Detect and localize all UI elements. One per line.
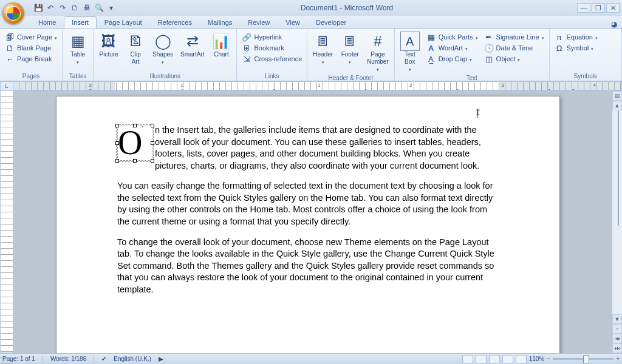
- undo-icon[interactable]: ↶: [45, 2, 56, 13]
- close-button[interactable]: ✕: [606, 3, 620, 13]
- group-label: Tables: [65, 72, 91, 81]
- window-title: Document1 - Microsoft Word: [117, 4, 577, 12]
- scroll-down-icon[interactable]: ▼: [612, 314, 622, 324]
- work-area: O n the Insert tab, the galleries includ…: [0, 91, 622, 353]
- header-button[interactable]: 🗏Header: [310, 30, 336, 67]
- browse-object-icon[interactable]: ◦: [612, 324, 622, 334]
- minimize-button[interactable]: —: [577, 3, 590, 13]
- ruler-corner[interactable]: L: [0, 81, 13, 91]
- print-icon[interactable]: 🖶: [81, 2, 92, 13]
- wordart-icon: A: [426, 43, 436, 53]
- clipart-button[interactable]: 🖻Clip Art: [123, 30, 148, 67]
- save-icon[interactable]: 💾: [33, 2, 44, 13]
- wordart-button[interactable]: AWordArt: [425, 42, 479, 53]
- page[interactable]: O n the Insert tab, the galleries includ…: [56, 96, 560, 353]
- group-illustrations: 🖼Picture 🖻Clip Art ◯Shapes ⇄SmartArt 📊Ch…: [94, 29, 237, 81]
- tab-page-layout[interactable]: Page Layout: [97, 16, 150, 29]
- outline-view-button[interactable]: [502, 355, 513, 363]
- tab-review[interactable]: Review: [240, 16, 278, 29]
- drop-cap-frame[interactable]: O: [117, 126, 152, 161]
- header-icon: 🗏: [313, 32, 333, 51]
- group-label: Links: [239, 72, 304, 81]
- textbox-icon: A: [400, 32, 420, 51]
- draft-view-button[interactable]: [516, 355, 527, 363]
- tab-insert[interactable]: Insert: [64, 16, 97, 29]
- qat-dropdown-icon[interactable]: ▾: [106, 2, 117, 13]
- macro-record-icon[interactable]: ▶: [159, 356, 163, 362]
- chart-button[interactable]: 📊Chart: [208, 30, 234, 59]
- web-layout-view-button[interactable]: [489, 355, 500, 363]
- smartart-button[interactable]: ⇄SmartArt: [177, 30, 207, 59]
- blank-page-icon: 🗋: [5, 43, 15, 53]
- zoom-in-button[interactable]: +: [616, 356, 620, 362]
- paragraph-text[interactable]: n the Insert tab, the galleries include …: [155, 125, 481, 170]
- next-page-icon[interactable]: ⏭: [612, 343, 622, 353]
- document-viewport[interactable]: O n the Insert tab, the galleries includ…: [13, 91, 612, 353]
- footer-button[interactable]: 🗏Footer: [337, 30, 363, 67]
- text-box-button[interactable]: AText Box: [397, 30, 423, 74]
- bookmark-button[interactable]: ⛨Bookmark: [241, 42, 303, 53]
- tab-view[interactable]: View: [278, 16, 308, 29]
- full-screen-view-button[interactable]: [476, 355, 487, 363]
- proofing-icon[interactable]: ✔: [101, 356, 106, 362]
- signature-icon: ✒: [484, 32, 494, 42]
- drop-cap-letter: O: [118, 124, 142, 161]
- tab-developer[interactable]: Developer: [308, 16, 354, 29]
- restore-button[interactable]: ❐: [592, 3, 605, 13]
- tab-references[interactable]: References: [150, 16, 200, 29]
- zoom-level[interactable]: 110%: [529, 356, 545, 362]
- vertical-ruler[interactable]: [0, 91, 13, 353]
- blank-page-button[interactable]: 🗋Blank Page: [4, 42, 58, 53]
- group-links: 🔗Hyperlink ⛨Bookmark ⇲Cross-reference Li…: [237, 29, 307, 81]
- tab-mailings[interactable]: Mailings: [200, 16, 240, 29]
- object-button[interactable]: ◫Object: [483, 53, 545, 64]
- equation-button[interactable]: πEquation: [553, 32, 599, 42]
- hyperlink-icon: 🔗: [242, 32, 251, 42]
- status-language[interactable]: English (U.K.): [114, 356, 151, 362]
- zoom-slider[interactable]: [553, 358, 613, 360]
- symbol-icon: Ω: [555, 43, 564, 53]
- shapes-button[interactable]: ◯Shapes: [149, 30, 176, 67]
- scroll-thumb[interactable]: [618, 110, 619, 226]
- horizontal-ruler[interactable]: · 2 · 1 · · 1 · 2 · 3 · 4 · 5 · 6 · 7 · …: [13, 81, 622, 90]
- scroll-up-icon[interactable]: ▲: [612, 101, 622, 110]
- date-time-button[interactable]: 🕓Date & Time: [483, 42, 545, 53]
- smartart-icon: ⇄: [183, 32, 202, 51]
- text-cursor: [477, 109, 477, 118]
- cross-reference-button[interactable]: ⇲Cross-reference: [241, 53, 303, 64]
- picture-button[interactable]: 🖼Picture: [96, 30, 121, 59]
- page-number-button[interactable]: #Page Number: [364, 30, 392, 74]
- hyperlink-button[interactable]: 🔗Hyperlink: [241, 32, 303, 42]
- symbol-button[interactable]: ΩSymbol: [553, 42, 599, 53]
- group-label: Pages: [2, 72, 60, 81]
- page-content[interactable]: O n the Insert tab, the galleries includ…: [56, 96, 559, 295]
- group-text: AText Box ▦Quick Parts AWordArt A̲Drop C…: [395, 29, 550, 81]
- office-button[interactable]: [2, 2, 24, 24]
- cover-page-button[interactable]: 🗐Cover Page: [4, 32, 58, 42]
- print-preview-icon[interactable]: 🔍: [94, 2, 104, 13]
- paragraph-2[interactable]: You can easily change the formatting of …: [117, 180, 499, 228]
- table-icon: ▦: [68, 32, 87, 51]
- vertical-scrollbar[interactable]: ▤ ▲ ▼ ◦ ⏮ ⏭: [612, 91, 622, 353]
- drop-cap-button[interactable]: A̲Drop Cap: [425, 53, 479, 64]
- redo-icon[interactable]: ↷: [57, 2, 68, 13]
- bookmark-icon: ⛨: [242, 43, 251, 53]
- paragraph-1[interactable]: O n the Insert tab, the galleries includ…: [117, 124, 499, 172]
- tab-home[interactable]: Home: [30, 16, 64, 29]
- group-label: Symbols: [552, 72, 619, 81]
- prev-page-icon[interactable]: ⏮: [612, 334, 622, 343]
- group-label: Illustrations: [96, 72, 234, 81]
- ruler-toggle-icon[interactable]: ▤: [612, 91, 622, 101]
- signature-line-button[interactable]: ✒Signature Line: [483, 32, 545, 42]
- group-tables: ▦ Table Tables: [63, 29, 94, 81]
- page-break-button[interactable]: ⌐Page Break: [4, 53, 58, 64]
- status-words[interactable]: Words: 1/186: [50, 356, 86, 362]
- new-doc-icon[interactable]: 🗋: [69, 2, 80, 13]
- help-icon[interactable]: ◕: [611, 20, 617, 29]
- paragraph-3[interactable]: To change the overall look of your docum…: [117, 237, 499, 296]
- zoom-out-button[interactable]: −: [547, 356, 550, 362]
- quick-access-toolbar: 💾 ↶ ↷ 🗋 🖶 🔍 ▾: [33, 2, 117, 13]
- quick-parts-button[interactable]: ▦Quick Parts: [425, 32, 479, 42]
- table-button[interactable]: ▦ Table: [65, 30, 91, 67]
- print-layout-view-button[interactable]: [462, 355, 473, 363]
